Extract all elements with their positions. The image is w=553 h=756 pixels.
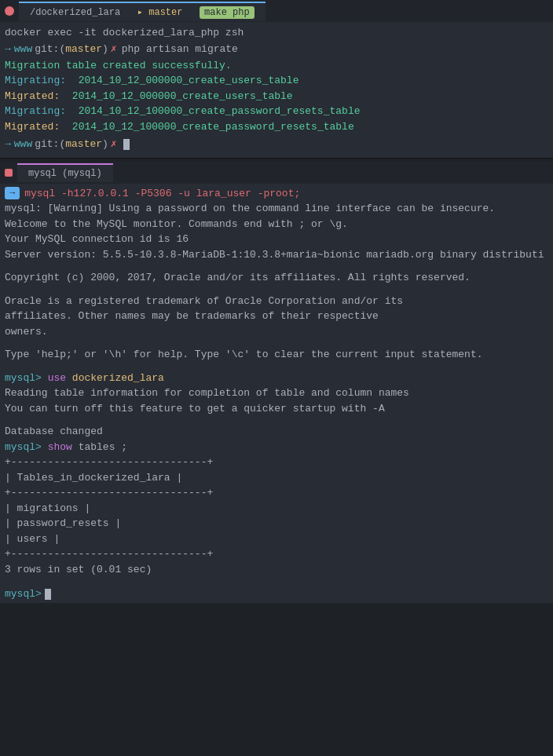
x-icon: ✗ — [111, 41, 117, 58]
blank-6 — [5, 577, 548, 585]
migrated-label-1: Migrated: — [5, 90, 66, 102]
top-tab-title[interactable]: /dockerized_lara ▸ master make php — [19, 2, 266, 21]
final-git-open-label: git:( — [35, 136, 65, 153]
mysql-final-prompt-label: mysql> — [5, 588, 42, 600]
git-close-label: ) — [102, 41, 108, 58]
final-x-icon: ✗ — [111, 136, 117, 153]
branch-label: ▸ master — [137, 7, 183, 18]
blank-4 — [5, 363, 548, 371]
oracle-line-1: Oracle is a registered trademark of Orac… — [5, 294, 548, 309]
blank-3 — [5, 339, 548, 347]
bottom-tab-bar: mysql (mysql) — [0, 162, 553, 184]
cursor-block — [123, 139, 130, 150]
reading-line-2: You can turn off this feature to get a q… — [5, 401, 548, 417]
table-row-password-resets: | password_resets | — [5, 516, 548, 531]
bottom-terminal-content: → mysql -h127.0.0.1 -P5306 -u lara_user … — [0, 184, 553, 603]
help-line: Type 'help;' or '\h' for help. Type '\c'… — [5, 347, 548, 363]
migrating-label-2: Migrating: — [5, 105, 66, 117]
www-label: www — [14, 41, 32, 58]
result-line: 3 rows in set (0.01 sec) — [5, 562, 548, 578]
show-cmd-line: mysql> show tables ; — [5, 440, 548, 455]
bottom-terminal: mysql (mysql) → mysql -h127.0.0.1 -P5306… — [0, 162, 553, 603]
final-git-close-label: ) — [102, 136, 108, 153]
connection-line: Your MySQL connection id is 16 — [5, 232, 548, 247]
table-mid-border: +--------------------------------+ — [5, 485, 548, 501]
top-tab-bar: /dockerized_lara ▸ master make php — [0, 0, 553, 22]
migrating-label-1: Migrating: — [5, 75, 66, 86]
oracle-line-2: affiliates. Other names may be trademark… — [5, 309, 548, 324]
close-icon[interactable] — [5, 6, 14, 16]
migrated-name-2: 2014_10_12_100000_create_password_resets… — [72, 121, 354, 133]
bottom-close-icon[interactable] — [5, 169, 13, 177]
mysql-warning-line: mysql: [Warning] Using a password on the… — [5, 201, 548, 217]
mysql-prompt-2: mysql> — [5, 441, 42, 453]
top-terminal: /dockerized_lara ▸ master make php docke… — [0, 0, 553, 159]
migrated-line-1: Migrated: 2014_10_12_000000_create_users… — [5, 89, 548, 104]
show-rest: tables ; — [79, 441, 127, 453]
blank-1 — [5, 262, 548, 270]
migration-name-2: 2014_10_12_100000_create_password_resets… — [79, 105, 361, 117]
mysql-cursor — [45, 589, 51, 600]
git-open-label: git:( — [35, 41, 65, 58]
migrating-line-2: Migrating: 2014_10_12_100000_create_pass… — [5, 104, 548, 119]
mysql-arrow-icon: → — [5, 187, 20, 199]
migrated-line-2: Migrated: 2014_10_12_100000_create_passw… — [5, 119, 548, 135]
table-bottom-border: +--------------------------------+ — [5, 546, 548, 562]
copyright-line: Copyright (c) 2000, 2017, Oracle and/or … — [5, 270, 548, 286]
table-header-row: | Tables_in_dockerized_lara | — [5, 470, 548, 486]
bottom-tab-title[interactable]: mysql (mysql) — [17, 163, 113, 182]
artisan-cmd-text: php artisan migrate — [122, 41, 238, 58]
mysql-cmd-text: mysql -h127.0.0.1 -P5306 -u lara_user -p… — [24, 188, 300, 199]
migrating-line-1: Migrating: 2014_10_12_000000_create_user… — [5, 73, 548, 89]
table-row-migrations: | migrations | — [5, 501, 548, 517]
blank-2 — [5, 286, 548, 294]
show-keyword: show — [48, 441, 72, 453]
migration-success-line: Migration table created successfully. — [5, 58, 548, 74]
top-terminal-content: docker exec -it dockerized_lara_php zsh … — [0, 22, 553, 158]
server-version-line: Server version: 5.5.5-10.3.8-MariaDB-1:1… — [5, 247, 548, 263]
mysql-prompt-1: mysql> — [5, 372, 42, 384]
welcome-line: Welcome to the MySQL monitor. Commands e… — [5, 217, 548, 232]
table-row-users: | users | — [5, 531, 548, 547]
migrated-label-2: Migrated: — [5, 121, 66, 133]
use-db-name: dockerized_lara — [72, 372, 164, 384]
db-changed-line: Database changed — [5, 424, 548, 440]
reading-line-1: Reading table information for completion… — [5, 385, 548, 401]
migrated-name-1: 2014_10_12_000000_create_users_table — [72, 90, 293, 102]
final-prompt-line: → www git:( master ) ✗ — [5, 136, 548, 153]
artisan-prompt-line: → www git:( master ) ✗ php artisan migra… — [5, 41, 548, 58]
oracle-line-3: owners. — [5, 324, 548, 340]
final-www-label: www — [14, 136, 32, 153]
cmd-label: make php — [200, 6, 255, 19]
final-arrow-icon: → — [5, 136, 11, 153]
final-git-branch-label: master — [65, 136, 102, 153]
git-branch-label: master — [65, 41, 102, 58]
docker-cmd-line: docker exec -it dockerized_lara_php zsh — [5, 25, 548, 41]
table-top-border: +--------------------------------+ — [5, 455, 548, 470]
use-keyword: use — [48, 372, 66, 384]
mysql-final-prompt: mysql> — [5, 588, 548, 600]
arrow-icon: → — [5, 41, 11, 58]
migration-name-1: 2014_10_12_000000_create_users_table — [79, 75, 299, 86]
mysql-cmd-line: → mysql -h127.0.0.1 -P5306 -u lara_user … — [5, 187, 548, 199]
use-cmd-line: mysql> use dockerized_lara — [5, 371, 548, 386]
blank-5 — [5, 416, 548, 424]
path-label: /dockerized_lara — [30, 7, 120, 18]
